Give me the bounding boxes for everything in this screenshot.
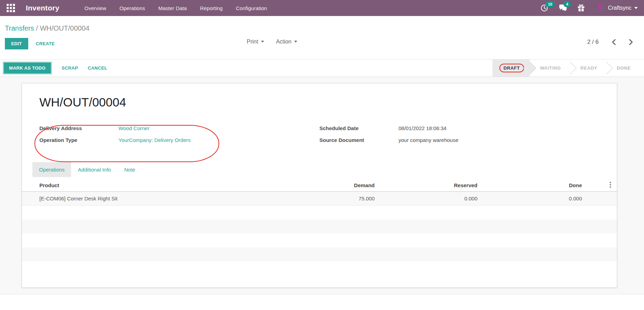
cancel-button[interactable]: CANCEL [88,65,107,71]
kebab-icon [610,182,611,188]
empty-row [22,233,617,247]
cell-product: [E-COM06] Corner Desk Right Sit [22,196,305,201]
page-title: WH/OUT/00004 [39,95,599,109]
avatar: S S [595,3,605,13]
nav-item-reporting[interactable]: Reporting [200,5,223,11]
empty-row [22,247,617,261]
top-navbar: Inventory Overview Operations Master Dat… [0,0,644,16]
user-menu[interactable]: S S Craftsync [595,3,638,13]
page-footer-divider [0,294,644,302]
table-header-row: Product Demand Reserved Done [22,179,617,192]
scrap-button[interactable]: SCRAP [62,65,78,71]
cell-reserved: 0.000 [375,196,477,201]
apps-grid-icon[interactable] [6,3,15,13]
control-panel: Transfers / WH/OUT/00004 EDIT CREATE Pri… [0,16,644,59]
message-count-badge: 4 [564,1,570,7]
notebook-tabs: Operations Additional Info Note [32,162,599,177]
nav-menu: Overview Operations Master Data Reportin… [84,5,267,11]
pager-next-button[interactable] [629,39,634,45]
app-name: Inventory [26,4,59,12]
breadcrumb-current: WH/OUT/00004 [40,24,89,32]
nav-item-configuration[interactable]: Configuration [236,5,267,11]
source-document-value: your company warehouse [399,137,459,143]
scheduled-date-label: Scheduled Date [320,125,399,131]
source-document-label: Source Document [320,137,399,143]
breadcrumb-separator: / [34,24,40,32]
chevron-left-icon [611,39,616,45]
table-row[interactable]: [E-COM06] Corner Desk Right Sit 75.000 0… [22,192,617,206]
empty-row [22,206,617,220]
column-header-done: Done [477,182,582,188]
chevron-right-icon [629,39,634,45]
breadcrumb: Transfers / WH/OUT/00004 [5,24,639,32]
status-step-label: READY [581,65,598,71]
nav-item-operations[interactable]: Operations [120,5,145,11]
empty-row [22,220,617,233]
print-label: Print [247,39,258,45]
form-sheet: WH/OUT/00004 Delivery Address Wood Corne… [22,83,617,288]
tab-operations[interactable]: Operations [32,162,71,177]
column-header-demand: Demand [305,182,375,188]
chevron-down-icon [634,7,638,9]
column-header-reserved: Reserved [375,182,477,188]
cell-demand: 75.000 [305,196,375,201]
operation-type-label: Operation Type [39,137,118,143]
nav-item-overview[interactable]: Overview [84,5,106,11]
column-options-button[interactable] [610,182,611,188]
messages-button[interactable]: 4 [559,4,567,12]
operations-table: Product Demand Reserved Done [E-COM06] C… [22,179,617,261]
print-dropdown[interactable]: Print [247,39,264,45]
rewards-button[interactable] [577,4,585,12]
draft-annotation-circle: DRAFT [499,64,524,72]
content-area: WH/OUT/00004 Delivery Address Wood Corne… [0,77,644,294]
delivery-address-label: Delivery Address [39,125,118,131]
gift-icon [577,4,585,12]
caret-down-icon [261,41,264,43]
mark-as-todo-button[interactable]: MARK AS TODO [3,62,52,74]
create-button[interactable]: CREATE [36,41,55,46]
status-step-label: DONE [617,65,631,71]
breadcrumb-transfers[interactable]: Transfers [5,24,34,32]
caret-down-icon [294,41,297,43]
scheduled-date-value: 08/01/2022 18:06:34 [399,125,447,131]
delivery-address-value[interactable]: Wood Corner [118,125,150,131]
tab-additional-info[interactable]: Additional Info [71,162,117,177]
action-label: Action [276,39,291,45]
cell-done: 0.000 [477,196,582,201]
svg-text:S: S [597,3,603,13]
field-grid: Delivery Address Wood Corner Operation T… [39,125,599,149]
edit-button[interactable]: EDIT [5,38,28,49]
action-dropdown[interactable]: Action [276,39,297,45]
pager-previous-button[interactable] [611,39,616,45]
status-step-label: WAITING [540,65,561,71]
tab-note[interactable]: Note [117,162,142,177]
statusbar-steps: DRAFT WAITING READY DONE [492,59,640,77]
column-header-product: Product [22,182,305,188]
status-bar: MARK AS TODO SCRAP CANCEL DRAFT WAITING … [0,59,644,77]
activities-button[interactable]: 10 [540,4,548,12]
activity-count-badge: 10 [545,1,554,7]
operation-type-value[interactable]: YourCompany: Delivery Orders [118,137,191,143]
user-name: Craftsync [608,5,631,11]
pager-value[interactable]: 2 / 6 [587,39,599,46]
nav-item-master-data[interactable]: Master Data [158,5,187,11]
status-step-draft[interactable]: DRAFT [492,59,530,77]
